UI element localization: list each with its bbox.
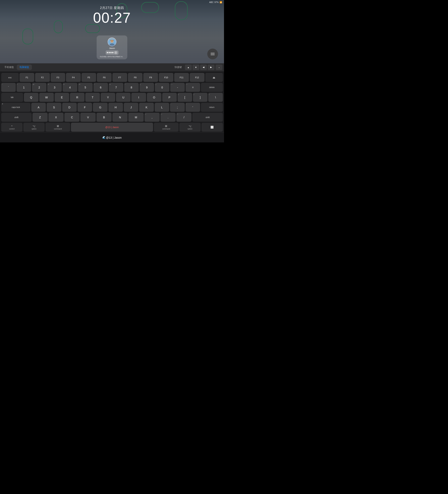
f3-key[interactable]: F3 <box>51 73 65 82</box>
f6-key[interactable]: F6 <box>97 73 112 82</box>
return-key[interactable]: return <box>201 103 223 112</box>
esc-key[interactable]: esc <box>1 73 19 82</box>
t-key[interactable]: T <box>85 93 100 102</box>
z-key[interactable]: Z <box>32 113 48 122</box>
i-key[interactable]: I <box>131 93 146 102</box>
k-key[interactable]: K <box>139 103 154 112</box>
nav-up-btn[interactable]: ▲ <box>185 64 192 70</box>
semicolon-key[interactable]: :; <box>170 103 185 112</box>
tab-key[interactable]: tab <box>1 93 23 102</box>
backtick-key[interactable]: ~` <box>1 83 16 92</box>
phone-keyboard-btn[interactable]: 手机键盘 <box>2 64 17 70</box>
bracket-open-key[interactable]: {[ <box>178 93 192 102</box>
quote-key[interactable]: "' <box>186 103 200 112</box>
shortcut-btn[interactable]: 快捷键 <box>172 64 185 70</box>
touchid-button[interactable] <box>207 49 218 59</box>
a-key[interactable]: A <box>31 103 46 112</box>
f-key[interactable]: F <box>77 103 92 112</box>
f9-key[interactable]: F9 <box>143 73 158 82</box>
w-key[interactable]: W <box>39 93 54 102</box>
dismiss-keyboard-btn[interactable]: ⌄ <box>216 64 222 70</box>
nav-left-btn[interactable]: ◀ <box>200 64 207 70</box>
password-field[interactable]: ✕ <box>105 50 118 55</box>
nav-right-btn[interactable]: ▶ <box>208 64 214 70</box>
6-key[interactable]: ^6 <box>93 83 108 92</box>
nav-down-btn[interactable]: ▼ <box>192 64 199 70</box>
minus-key[interactable]: —- <box>170 83 185 92</box>
time-label: 00:27 <box>93 11 131 25</box>
f8-key[interactable]: F8 <box>128 73 143 82</box>
svg-point-4 <box>111 41 112 41</box>
computer-keyboard-btn[interactable]: 电脑键盘 <box>17 64 32 70</box>
1-key[interactable]: !1 <box>16 83 31 92</box>
m-key[interactable]: M <box>128 113 143 122</box>
4-key[interactable]: $4 <box>63 83 77 92</box>
3-key[interactable]: #3 <box>47 83 62 92</box>
2-key[interactable]: @2 <box>32 83 46 92</box>
touchid-icon <box>211 53 215 55</box>
option-right-key[interactable]: ⌥ option <box>179 123 201 132</box>
7-key[interactable]: &7 <box>109 83 123 92</box>
9-key[interactable]: (9 <box>140 83 154 92</box>
period-key[interactable]: >. <box>160 113 176 122</box>
g-key[interactable]: G <box>93 103 107 112</box>
r-key[interactable]: R <box>70 93 85 102</box>
user-login-widget[interactable]: Jason ✕ 你必须输入密码才能启用触控 ID。 <box>97 36 127 59</box>
slash-key[interactable]: ?/ <box>176 113 192 122</box>
f5-key[interactable]: F5 <box>81 73 96 82</box>
o-key[interactable]: O <box>147 93 161 102</box>
f12-key[interactable]: F12 <box>190 73 205 82</box>
date-label: 2月27日 星期四 <box>93 6 131 10</box>
shift-row: shift Z X C V B N M <, >. ?/ shift <box>1 113 223 122</box>
0-key[interactable]: )0 <box>155 83 169 92</box>
f7-key[interactable]: F7 <box>112 73 127 82</box>
u-key[interactable]: U <box>116 93 130 102</box>
8-key[interactable]: *8 <box>124 83 139 92</box>
q-key[interactable]: Q <box>24 93 38 102</box>
backslash-key[interactable]: |\ <box>208 93 223 102</box>
lockscreen: ABC 97% 📶 2月27日 星期四 00:27 <box>0 0 224 63</box>
equals-key[interactable]: += <box>186 83 200 92</box>
bracket-close-key[interactable]: }] <box>193 93 207 102</box>
j-key[interactable]: J <box>124 103 138 112</box>
bottom-bar: 🌊 @13 | Jason <box>0 133 224 142</box>
x-key[interactable]: X <box>48 113 64 122</box>
shift-right-key[interactable]: shift <box>192 113 223 122</box>
h-key[interactable]: H <box>108 103 123 112</box>
bottom-bar-label: @13 | Jason <box>106 136 122 139</box>
modifier-row: ^ control ⌥ option ⌘ command @13 | Jason… <box>1 123 223 132</box>
5-key[interactable]: %5 <box>78 83 93 92</box>
qwerty-row: tab Q W E R T Y U I O P {[ }] |\ <box>1 93 223 102</box>
l-key[interactable]: L <box>155 103 169 112</box>
c-key[interactable]: C <box>64 113 79 122</box>
f4-key[interactable]: F4 <box>66 73 81 82</box>
command-left-key[interactable]: ⌘ command <box>45 123 70 132</box>
s-key[interactable]: S <box>47 103 61 112</box>
clear-button[interactable]: ✕ <box>114 51 117 54</box>
fn-key-row: esc F1 F2 F3 F4 F5 F6 F7 F8 F9 F10 F11 F… <box>1 73 223 82</box>
eject-key[interactable]: ⏏ <box>205 73 223 82</box>
e-key[interactable]: E <box>55 93 69 102</box>
option-left-key[interactable]: ⌥ option <box>23 123 45 132</box>
fullscreen-key[interactable]: ⬜ <box>202 123 223 132</box>
caps-lock-key[interactable]: caps lock <box>1 103 30 112</box>
space-key[interactable]: @13 | Jason <box>71 123 153 132</box>
svg-point-5 <box>112 41 113 41</box>
f2-key[interactable]: F2 <box>35 73 50 82</box>
delete-key[interactable]: delete <box>201 83 223 92</box>
pwd-dot-4 <box>112 52 113 53</box>
comma-key[interactable]: <, <box>144 113 160 122</box>
b-key[interactable]: B <box>96 113 112 122</box>
n-key[interactable]: N <box>112 113 128 122</box>
control-key[interactable]: ^ control <box>1 123 23 132</box>
f1-key[interactable]: F1 <box>20 73 34 82</box>
command-right-key[interactable]: ⌘ command <box>154 123 179 132</box>
touch-id-hint: 你必须输入密码才能启用触控 ID。 <box>100 56 124 58</box>
y-key[interactable]: Y <box>101 93 115 102</box>
d-key[interactable]: D <box>62 103 77 112</box>
f10-key[interactable]: F10 <box>159 73 174 82</box>
v-key[interactable]: V <box>80 113 95 122</box>
shift-left-key[interactable]: shift <box>1 113 32 122</box>
f11-key[interactable]: F11 <box>174 73 189 82</box>
p-key[interactable]: P <box>162 93 177 102</box>
